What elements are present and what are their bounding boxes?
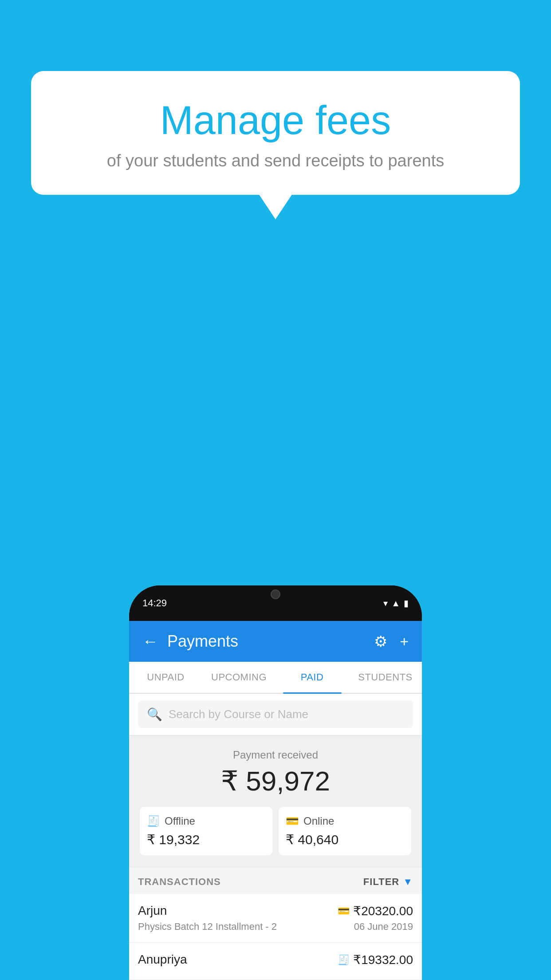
transactions-label: TRANSACTIONS <box>138 876 221 888</box>
filter-icon: ▼ <box>403 876 413 888</box>
filter-label: FILTER <box>363 876 399 888</box>
search-container: 🔍 Search by Course or Name <box>129 694 422 735</box>
transaction-course-1: Physics Batch 12 Installment - 2 <box>138 921 277 933</box>
transaction-main-1: Arjun 💳 ₹20320.00 <box>138 904 413 918</box>
tab-upcoming[interactable]: UPCOMING <box>202 662 276 693</box>
offline-payment-icon: 🧾 <box>147 815 160 827</box>
back-button[interactable]: ← <box>142 632 158 651</box>
status-time: 14:29 <box>142 597 167 609</box>
online-amount: ₹ 40,640 <box>286 832 404 847</box>
payment-received-label: Payment received <box>138 749 413 761</box>
transaction-amount-2: ₹19332.00 <box>353 952 413 967</box>
phone-notch <box>247 585 304 603</box>
phone-screen: ← Payments ⚙ + UNPAID UPCOMING PAID STUD… <box>129 621 422 980</box>
battery-icon: ▮ <box>404 598 409 609</box>
header-left: ← Payments <box>142 632 238 651</box>
online-payment-card: 💳 Online ₹ 40,640 <box>279 807 411 855</box>
table-row[interactable]: Anupriya 🧾 ₹19332.00 <box>129 943 422 980</box>
signal-bars-icon: ▲ <box>391 598 400 609</box>
status-icons: ▾ ▲ ▮ <box>383 598 409 609</box>
page-title: Payments <box>167 632 238 651</box>
settings-button[interactable]: ⚙ <box>374 632 387 650</box>
table-row[interactable]: Arjun 💳 ₹20320.00 Physics Batch 12 Insta… <box>129 894 422 943</box>
search-bar[interactable]: 🔍 Search by Course or Name <box>138 701 413 728</box>
online-card-header: 💳 Online <box>286 815 404 827</box>
transaction-date-1: 06 June 2019 <box>354 921 413 933</box>
online-payment-badge-icon: 💳 <box>338 905 350 917</box>
filter-button[interactable]: FILTER ▼ <box>363 876 413 888</box>
wifi-icon: ▾ <box>383 598 388 609</box>
offline-payment-card: 🧾 Offline ₹ 19,332 <box>140 807 272 855</box>
add-button[interactable]: + <box>400 633 409 650</box>
tab-unpaid[interactable]: UNPAID <box>129 662 202 693</box>
speech-bubble: Manage fees of your students and send re… <box>31 71 520 195</box>
transaction-amount-1: ₹20320.00 <box>353 904 413 918</box>
transaction-sub-1: Physics Batch 12 Installment - 2 06 June… <box>138 921 413 933</box>
offline-label: Offline <box>165 815 195 827</box>
bubble-subtitle: of your students and send receipts to pa… <box>53 151 498 170</box>
transactions-header: TRANSACTIONS FILTER ▼ <box>129 867 422 894</box>
tab-students[interactable]: STUDENTS <box>349 662 422 693</box>
transaction-name-2: Anupriya <box>138 952 187 967</box>
transaction-amount-wrapper-1: 💳 ₹20320.00 <box>338 904 413 918</box>
payment-summary: Payment received ₹ 59,972 🧾 Offline ₹ 19… <box>129 735 422 867</box>
transaction-amount-wrapper-2: 🧾 ₹19332.00 <box>338 952 413 967</box>
phone-frame: 14:29 ▾ ▲ ▮ ← Payments ⚙ + UNPAID UPCOMI… <box>129 585 422 980</box>
payment-cards: 🧾 Offline ₹ 19,332 💳 Online ₹ 40,640 <box>138 807 413 855</box>
app-header: ← Payments ⚙ + <box>129 621 422 662</box>
tabs-bar: UNPAID UPCOMING PAID STUDENTS <box>129 662 422 694</box>
payment-total-amount: ₹ 59,972 <box>138 765 413 797</box>
phone-status-bar: 14:29 ▾ ▲ ▮ <box>129 585 422 621</box>
transaction-name-1: Arjun <box>138 904 167 918</box>
online-payment-icon: 💳 <box>286 815 299 827</box>
online-label: Online <box>303 815 334 827</box>
phone-camera <box>271 589 280 599</box>
search-input[interactable]: Search by Course or Name <box>169 707 308 721</box>
search-icon: 🔍 <box>147 707 162 722</box>
offline-card-header: 🧾 Offline <box>147 815 265 827</box>
offline-payment-badge-icon: 🧾 <box>338 954 350 966</box>
tab-paid[interactable]: PAID <box>276 662 349 693</box>
offline-amount: ₹ 19,332 <box>147 832 265 847</box>
bubble-title: Manage fees <box>53 98 498 143</box>
transaction-main-2: Anupriya 🧾 ₹19332.00 <box>138 952 413 967</box>
header-right: ⚙ + <box>374 632 409 650</box>
